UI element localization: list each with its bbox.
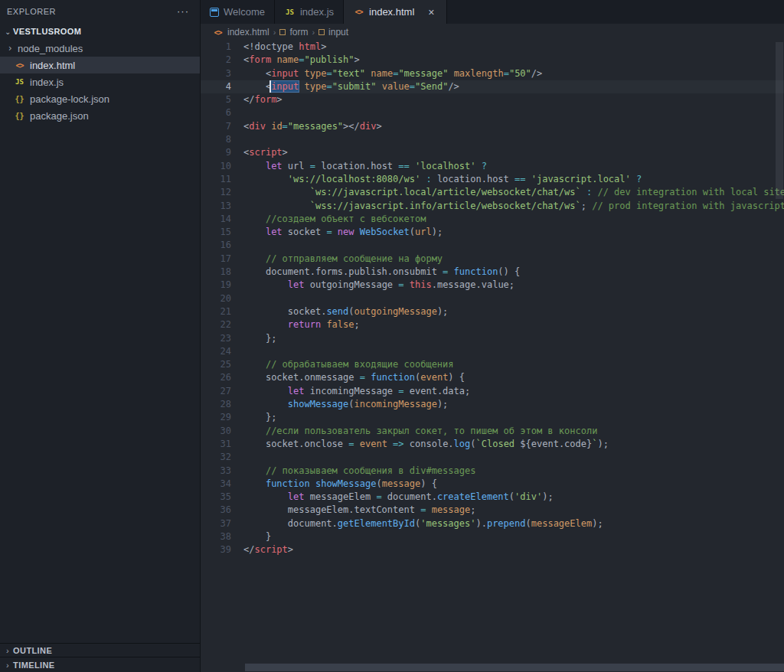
code-line-6[interactable]: 6	[201, 106, 784, 119]
code-line-20[interactable]: 20	[201, 292, 784, 305]
line-number: 1	[201, 41, 231, 54]
line-number: 26	[201, 371, 231, 384]
line-text	[243, 292, 784, 305]
html-icon: <>	[14, 61, 25, 70]
file-label: package.json	[30, 110, 89, 122]
workspace-root[interactable]: ⌄ VESTLUSROOM	[0, 23, 200, 40]
file-index-html[interactable]: <> index.html	[0, 57, 200, 73]
line-text: socket.send(outgoingMessage);	[243, 305, 784, 318]
file-label: package-lock.json	[30, 93, 109, 105]
tab-welcome[interactable]: Welcome	[201, 0, 275, 24]
line-number: 27	[201, 385, 231, 398]
code-line-21[interactable]: 21 socket.send(outgoingMessage);	[201, 305, 784, 318]
line-text	[243, 239, 784, 252]
explorer-sidebar: EXPLORER ··· ⌄ VESTLUSROOM › node_module…	[0, 0, 201, 672]
code-line-27[interactable]: 27 let incomingMessage = event.data;	[201, 385, 784, 398]
code-line-3[interactable]: 3 <input type="text" name="message" maxl…	[201, 67, 784, 80]
line-number: 33	[201, 465, 231, 478]
code-line-34[interactable]: 34 function showMessage(message) {	[201, 478, 784, 491]
code-line-14[interactable]: 14 //создаем объект с вебсокетом	[201, 213, 784, 226]
line-number: 3	[201, 67, 231, 80]
code-lines: 1<!doctype html>2<form name="publish">3 …	[201, 41, 784, 557]
code-line-5[interactable]: 5</form>	[201, 93, 784, 106]
breadcrumb-form[interactable]: form	[289, 27, 308, 38]
line-number: 35	[201, 491, 231, 504]
line-number: 4	[201, 80, 231, 93]
line-text: //если пользователь закрыл сокет, то пиш…	[243, 425, 784, 438]
timeline-section[interactable]: › TIMELINE	[0, 657, 200, 672]
close-icon[interactable]: ×	[425, 6, 437, 18]
code-line-18[interactable]: 18 document.forms.publish.onsubmit = fun…	[201, 266, 784, 279]
line-number: 31	[201, 438, 231, 451]
file-node-modules[interactable]: › node_modules	[0, 40, 200, 57]
line-number: 37	[201, 517, 231, 530]
line-number: 14	[201, 213, 231, 226]
file-package-lock-json[interactable]: {} package-lock.json	[0, 90, 200, 107]
chevron-right-icon: ›	[312, 28, 315, 37]
vertical-scrollbar[interactable]	[776, 42, 783, 199]
outline-section[interactable]: › OUTLINE	[0, 643, 200, 657]
code-line-28[interactable]: 28 showMessage(incomingMessage);	[201, 398, 784, 411]
tab-index-html[interactable]: <> index.html ×	[344, 0, 447, 24]
line-text: let incomingMessage = event.data;	[243, 385, 784, 398]
chevron-right-icon: ›	[6, 661, 9, 670]
workspace-root-label: VESTLUSROOM	[13, 27, 81, 36]
code-line-35[interactable]: 35 let messageElem = document.createElem…	[201, 491, 784, 504]
file-index-js[interactable]: JS index.js	[0, 73, 200, 90]
line-text: };	[243, 332, 784, 345]
code-line-11[interactable]: 11 'ws://localhost:8080/ws' : location.h…	[201, 173, 784, 186]
code-line-33[interactable]: 33 // показываем сообщения в div#message…	[201, 465, 784, 478]
code-line-37[interactable]: 37 document.getElementById('messages').p…	[201, 517, 784, 530]
code-line-23[interactable]: 23 };	[201, 332, 784, 345]
code-line-38[interactable]: 38 }	[201, 530, 784, 543]
line-number: 29	[201, 411, 231, 424]
line-number: 39	[201, 543, 231, 556]
code-line-16[interactable]: 16	[201, 239, 784, 252]
line-text: messageElem.textContent = message;	[243, 504, 784, 517]
breadcrumb-input[interactable]: input	[328, 27, 348, 38]
code-line-17[interactable]: 17 // отправляем сообщение на форму	[201, 253, 784, 266]
line-text: function showMessage(message) {	[243, 478, 784, 491]
chevron-right-icon: ›	[5, 43, 15, 54]
tab-index-js[interactable]: JS index.js	[275, 0, 344, 24]
file-package-json[interactable]: {} package.json	[0, 107, 200, 124]
code-line-31[interactable]: 31 socket.onclose = event => console.log…	[201, 438, 784, 451]
code-line-12[interactable]: 12 `ws://javascript.local/article/websoc…	[201, 186, 784, 199]
line-text: // показываем сообщения в div#messages	[243, 465, 784, 478]
code-line-2[interactable]: 2<form name="publish">	[201, 54, 784, 67]
code-line-26[interactable]: 26 socket.onmessage = function(event) {	[201, 371, 784, 384]
code-line-36[interactable]: 36 messageElem.textContent = message;	[201, 504, 784, 517]
code-line-22[interactable]: 22 return false;	[201, 318, 784, 331]
code-editor[interactable]: 1<!doctype html>2<form name="publish">3 …	[201, 41, 784, 672]
line-text	[243, 106, 784, 119]
more-actions-icon[interactable]: ···	[177, 8, 189, 15]
html-icon: <>	[353, 8, 364, 16]
code-line-7[interactable]: 7<div id="messages"></div>	[201, 120, 784, 133]
code-line-25[interactable]: 25 // обрабатываем входящие сообщения	[201, 358, 784, 371]
section-label: TIMELINE	[13, 661, 55, 670]
line-text: <!doctype html>	[243, 41, 784, 54]
breadcrumb-file[interactable]: index.html	[227, 27, 270, 38]
chevron-down-icon: ⌄	[3, 28, 13, 36]
line-text: let outgoingMessage = this.message.value…	[243, 279, 784, 292]
line-number: 7	[201, 120, 231, 133]
code-line-39[interactable]: 39</script>	[201, 543, 784, 556]
code-line-24[interactable]: 24	[201, 345, 784, 358]
code-line-19[interactable]: 19 let outgoingMessage = this.message.va…	[201, 279, 784, 292]
line-number: 15	[201, 226, 231, 239]
code-line-29[interactable]: 29 };	[201, 411, 784, 424]
code-line-13[interactable]: 13 `wss://javascript.info/article/websoc…	[201, 200, 784, 213]
code-line-9[interactable]: 9<script>	[201, 146, 784, 159]
horizontal-scrollbar[interactable]	[245, 664, 784, 671]
code-line-4[interactable]: 4 <input type="submit" value="Send"/>	[201, 80, 784, 93]
line-number: 13	[201, 200, 231, 213]
code-line-1[interactable]: 1<!doctype html>	[201, 41, 784, 54]
code-line-15[interactable]: 15 let socket = new WebSocket(url);	[201, 226, 784, 239]
line-number: 19	[201, 279, 231, 292]
code-line-10[interactable]: 10 let url = location.host == 'localhost…	[201, 160, 784, 173]
code-line-8[interactable]: 8	[201, 133, 784, 146]
line-text: <form name="publish">	[243, 54, 784, 67]
html-icon: <>	[212, 28, 224, 37]
code-line-30[interactable]: 30 //если пользователь закрыл сокет, то …	[201, 425, 784, 438]
code-line-32[interactable]: 32	[201, 451, 784, 464]
